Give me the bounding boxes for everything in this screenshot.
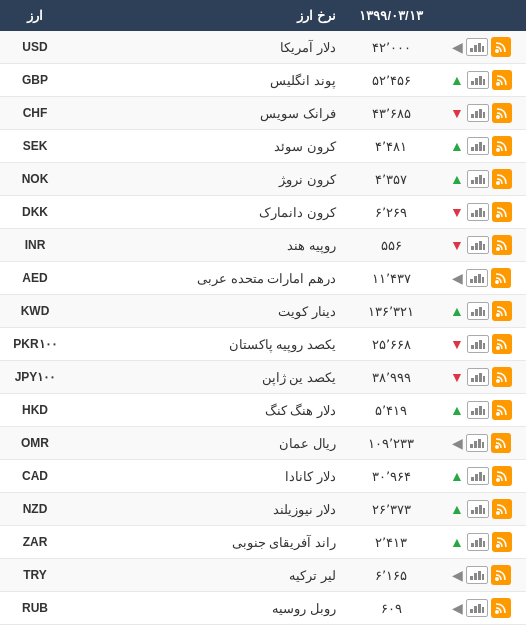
rss-icon[interactable] [492,400,512,420]
chart-icon[interactable] [467,236,489,254]
rss-icon[interactable] [492,532,512,552]
svg-rect-6 [471,81,474,85]
rss-icon[interactable] [492,367,512,387]
currency-code: INR [0,229,70,262]
rss-icon[interactable] [491,565,511,585]
svg-point-0 [495,49,499,53]
trend-up-icon: ▲ [450,402,464,418]
chart-icon[interactable] [466,599,488,617]
currency-name: لیر ترکیه [70,559,346,592]
svg-rect-39 [482,277,484,283]
svg-rect-9 [483,79,485,85]
chart-icon[interactable] [467,401,489,419]
trend-down-icon: ▼ [450,204,464,220]
svg-rect-27 [475,210,478,217]
chart-icon[interactable] [467,500,489,518]
svg-point-20 [496,181,500,185]
trend-up-icon: ▲ [450,303,464,319]
row-icons-cell: ◀ [436,427,526,460]
currency-code: NOK [0,163,70,196]
rss-icon[interactable] [492,169,512,189]
rss-icon[interactable] [492,103,512,123]
rss-icon[interactable] [492,235,512,255]
currency-code: DKK [0,196,70,229]
currency-value: ۲۶٬۳۷۳ [346,493,436,526]
chart-icon[interactable] [466,269,488,287]
svg-point-55 [496,412,500,416]
chart-icon[interactable] [466,566,488,584]
table-row: ▲ ۱۳۶٬۳۲۱ دینار کویت KWD [0,295,526,328]
rss-icon[interactable] [492,301,512,321]
currency-value: ۴٬۴۸۱ [346,130,436,163]
chart-icon[interactable] [467,335,489,353]
svg-rect-66 [471,477,474,481]
currency-name: یکصد روپیه پاکستان [70,328,346,361]
chart-icon[interactable] [467,533,489,551]
svg-rect-29 [483,211,485,217]
table-row: ▲ ۲٬۴۱۳ راند آفریقای جنوبی ZAR [0,526,526,559]
chart-icon[interactable] [467,302,489,320]
chart-icon[interactable] [467,203,489,221]
svg-rect-47 [475,342,478,349]
chart-icon[interactable] [467,137,489,155]
svg-rect-17 [475,144,478,151]
rss-icon[interactable] [492,70,512,90]
table-header: ۱۳۹۹/۰۳/۱۳ نرخ ارز ارز [0,0,526,31]
svg-rect-48 [479,340,482,349]
currency-name: فرانک سویس [70,97,346,130]
table-row: ◀ ۱۱٬۴۳۷ درهم امارات متحده عربی AED [0,262,526,295]
table-row: ◀ ۶۰۹ روبل روسیه RUB [0,592,526,625]
currency-code: PKR۱۰۰ [0,328,70,361]
table-row: ▼ ۶٬۲۶۹ کرون دانمارک DKK [0,196,526,229]
rss-icon[interactable] [491,598,511,618]
chart-icon[interactable] [467,170,489,188]
svg-rect-8 [479,76,482,85]
table-row: ▲ ۳۰٬۹۶۴ دلار کانادا CAD [0,460,526,493]
currency-code: JPY۱۰۰ [0,361,70,394]
currency-name: کرون دانمارک [70,196,346,229]
rss-icon[interactable] [492,334,512,354]
trend-up-icon: ▲ [450,534,464,550]
table-row: ▲ ۴٬۴۸۱ کرون سوئد SEK [0,130,526,163]
chart-icon[interactable] [466,434,488,452]
rss-icon[interactable] [491,268,511,288]
chart-icon[interactable] [467,467,489,485]
row-icons-cell: ▼ [436,229,526,262]
trend-up-icon: ▲ [450,138,464,154]
svg-rect-86 [470,609,473,613]
rss-icon[interactable] [492,202,512,222]
row-icons-cell: ▲ [436,64,526,97]
table-row: ▼ ۲۵٬۶۶۸ یکصد روپیه پاکستان PKR۱۰۰ [0,328,526,361]
svg-rect-46 [471,345,474,349]
chart-icon[interactable] [467,104,489,122]
svg-rect-57 [475,408,478,415]
rss-icon[interactable] [492,136,512,156]
trend-down-icon: ▼ [450,105,464,121]
currency-value: ۵۵۶ [346,229,436,262]
svg-rect-41 [471,312,474,316]
currency-name: کرون سوئد [70,130,346,163]
currency-name: کرون نرو‍ژ [70,163,346,196]
svg-rect-72 [475,507,478,514]
svg-rect-67 [475,474,478,481]
currency-code: GBP [0,64,70,97]
row-icons-cell: ▲ [436,295,526,328]
currency-name: دلار آمریکا [70,31,346,64]
currency-value: ۴٬۳۵۷ [346,163,436,196]
svg-rect-89 [482,607,484,613]
chart-icon[interactable] [467,368,489,386]
svg-rect-43 [479,307,482,316]
rss-icon[interactable] [492,499,512,519]
rss-icon[interactable] [491,433,511,453]
table-row: ▲ ۵۲٬۴۵۶ پوند انگلیس GBP [0,64,526,97]
svg-rect-23 [479,175,482,184]
svg-rect-88 [478,604,481,613]
row-icons-cell: ▼ [436,196,526,229]
rss-icon[interactable] [492,466,512,486]
chart-icon[interactable] [467,71,489,89]
table-row: ▲ ۲۶٬۳۷۳ دلار نیوزیلند NZD [0,493,526,526]
rss-icon[interactable] [491,37,511,57]
chart-icon[interactable] [466,38,488,56]
currency-code: TRY [0,559,70,592]
currency-code: CHF [0,97,70,130]
